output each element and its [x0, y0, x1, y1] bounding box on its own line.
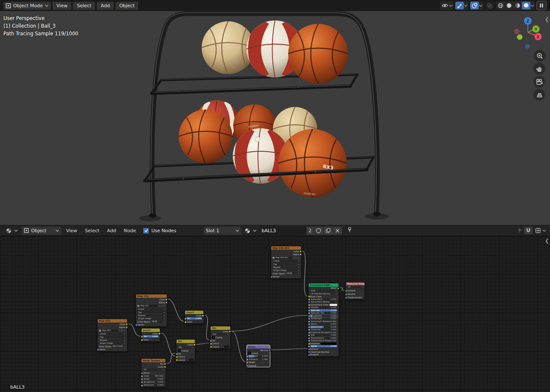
bump-strength-slider[interactable]: Strength0.300: [248, 355, 269, 357]
map53-image-action-0[interactable]: [119, 330, 121, 332]
mix1-color2-input-socket[interactable]: [210, 346, 212, 348]
shading-rendered-icon[interactable]: [522, 2, 530, 9]
mode-selector[interactable]: Object Mode: [3, 2, 51, 10]
chevron-down-icon[interactable]: [542, 229, 546, 232]
shader-menu-select[interactable]: Select: [81, 227, 103, 235]
node-matout[interactable]: Material OutputAll▾SurfaceVolumeDisplace…: [345, 282, 365, 300]
principled-normal-input-socket[interactable]: [308, 348, 310, 351]
node-noise-title[interactable]: Noise Texture: [142, 359, 165, 362]
map53-color-output-socket[interactable]: [125, 323, 128, 326]
principled-anisotropic-slider[interactable]: Anisotropic0.000: [310, 317, 337, 320]
show-overlays-icon[interactable]: [470, 2, 479, 9]
noise-3d-dropdown[interactable]: 3D▾: [143, 369, 164, 371]
principled-roughness-slider[interactable]: Roughness0.081: [310, 315, 337, 317]
mix1-clamp-checkbox[interactable]: [212, 336, 215, 339]
principled-subsurface-color-input-socket[interactable]: [308, 304, 310, 306]
axis-negative-x[interactable]: [514, 29, 520, 35]
use-nodes-checkbox[interactable]: [143, 228, 149, 233]
mix2-color2-input-socket[interactable]: [176, 359, 178, 361]
node-mix2-title[interactable]: Mix: [177, 340, 195, 343]
unlink-material-button[interactable]: [333, 227, 342, 235]
bump-distance-input-socket[interactable]: [246, 358, 249, 361]
chevron-down-icon[interactable]: [479, 4, 483, 7]
principled-subsurface-radius-dropdown[interactable]: Subsurface Radius▾: [310, 301, 337, 303]
bump-strength-input-socket[interactable]: [246, 355, 249, 358]
shading-solid-icon[interactable]: [505, 2, 513, 9]
map51-image-action-2[interactable]: [164, 305, 166, 307]
map51-single-image-dropdown[interactable]: Single Image▾: [137, 317, 165, 320]
axis-negative-y[interactable]: [517, 35, 523, 40]
map05-flat-dropdown[interactable]: Flat▾: [272, 263, 300, 265]
map53-linear-dropdown[interactable]: Linear▾: [99, 333, 126, 335]
node-map53-title[interactable]: Map #53: [98, 319, 127, 323]
map53-repeat-dropdown[interactable]: Repeat▾: [99, 339, 126, 341]
node-map53[interactable]: Map #53ColorAlphaMap #53Linear▾Flat▾Repe…: [97, 319, 127, 352]
map51-color-output-socket[interactable]: [165, 298, 168, 301]
mix1-color-output-socket[interactable]: [229, 330, 231, 333]
mix2-fac-input-socket[interactable]: [176, 353, 178, 355]
principled-sheen-slider[interactable]: Sheen0.000: [310, 323, 337, 325]
principled-alpha-slider[interactable]: Alpha1.000: [310, 345, 337, 347]
node-map05[interactable]: Map #05.001ColorAlphaMap #05.001Linear▾F…: [271, 246, 301, 279]
map53-image-name-field[interactable]: Map #53: [101, 329, 118, 331]
noise-color-output-socket[interactable]: [164, 366, 166, 368]
matout-surface-input-socket[interactable]: [345, 290, 347, 292]
principled-christensen-burley-dropdown[interactable]: Christensen-Burley▾: [310, 293, 337, 295]
node-mix1[interactable]: MixColorMix▾ClampFacColor1Color2: [210, 326, 231, 349]
map51-repeat-dropdown[interactable]: Repeat▾: [137, 314, 165, 317]
pan-tool-button[interactable]: [533, 63, 545, 75]
overlays-grid-icon[interactable]: [534, 227, 542, 234]
principled-specular-tint-slider[interactable]: Specular Tint0.000: [310, 312, 337, 314]
object-visibility-eye-icon[interactable]: [440, 2, 449, 9]
node-mix1-title[interactable]: Mix: [211, 326, 230, 330]
node-noise[interactable]: Noise TextureFacColor3D▾VectorScale300.0…: [141, 358, 166, 387]
principled-anisotropic-rotation-slider[interactable]: Anisotropic Rotation0.000: [310, 320, 337, 323]
map53-flat-dropdown[interactable]: Flat▾: [99, 336, 126, 338]
noise-vector-input-socket[interactable]: [141, 372, 143, 375]
shader-node-editor[interactable]: Map #05.001ColorAlphaMap #05.001Linear▾F…: [0, 236, 550, 392]
material-users-count[interactable]: 2: [307, 227, 314, 235]
viewport-menu-select[interactable]: Select: [73, 2, 95, 10]
map51-image-name-field[interactable]: Map #51: [140, 305, 158, 307]
node-matout-title[interactable]: Material Output: [346, 282, 365, 285]
principled-specular-input-socket[interactable]: [308, 309, 310, 312]
principled-transmission-roughness-slider[interactable]: Transmission Roughness0.000: [310, 340, 337, 342]
axis-negative-z[interactable]: [525, 44, 530, 49]
map05-linear-dropdown[interactable]: Linear▾: [272, 260, 300, 262]
principled-tangent-input-socket[interactable]: [308, 354, 310, 356]
mix2-clamp-checkbox[interactable]: [178, 349, 181, 352]
map05-color-space-dropdown[interactable]: sRGB▾: [286, 272, 300, 274]
bump-normal-input-socket[interactable]: [246, 364, 249, 367]
noise-scale-input-socket[interactable]: [141, 375, 143, 378]
principled-subsurface-color-swatch[interactable]: [330, 304, 337, 306]
shading-wireframe-icon[interactable]: [496, 2, 505, 9]
principled-ggx-dropdown[interactable]: GGX▾: [310, 290, 337, 292]
principled-sheen-tint-input-socket[interactable]: [308, 326, 310, 329]
matout-volume-input-socket[interactable]: [345, 293, 347, 296]
principled-subsurface-input-socket[interactable]: [308, 298, 310, 301]
principled-subsurface-slider[interactable]: Subsurface0.000: [310, 298, 337, 300]
principled-transmission-input-socket[interactable]: [308, 337, 310, 340]
map05-image-action-1[interactable]: [295, 257, 298, 259]
sidebar-collapse-arrow[interactable]: ❮: [545, 16, 549, 22]
pin-toggle[interactable]: [347, 227, 353, 235]
node-mix2[interactable]: MixColorMix▾ClampFacColor1Color2: [176, 339, 195, 362]
principled-ior-slider[interactable]: IOR1.450: [310, 334, 337, 336]
matout-displacement-input-socket[interactable]: [345, 297, 347, 299]
editor-type-selector[interactable]: [3, 227, 20, 235]
bump-invert-checkbox[interactable]: [248, 352, 251, 355]
material-slot-selector[interactable]: Slot 1: [204, 227, 241, 235]
map51-vector-input-socket[interactable]: [135, 324, 138, 326]
map51-image-action-1[interactable]: [161, 305, 163, 307]
node-invert1-title[interactable]: Invert: [185, 311, 203, 314]
mix2-mix-dropdown[interactable]: Mix▾: [178, 346, 194, 349]
noise-detail-input-socket[interactable]: [141, 378, 143, 380]
map05-color-output-socket[interactable]: [299, 250, 302, 253]
matout-all-dropdown[interactable]: All▾: [347, 286, 363, 288]
pause-render-button[interactable]: [536, 1, 547, 10]
principled-sheen-tint-slider[interactable]: Sheen Tint0.500: [310, 326, 337, 328]
mix1-color1-input-socket[interactable]: [210, 343, 212, 345]
principled-roughness-input-socket[interactable]: [308, 315, 310, 317]
principled-bsdf-output-socket[interactable]: [337, 287, 339, 290]
use-nodes-toggle[interactable]: Use Nodes: [143, 228, 177, 233]
